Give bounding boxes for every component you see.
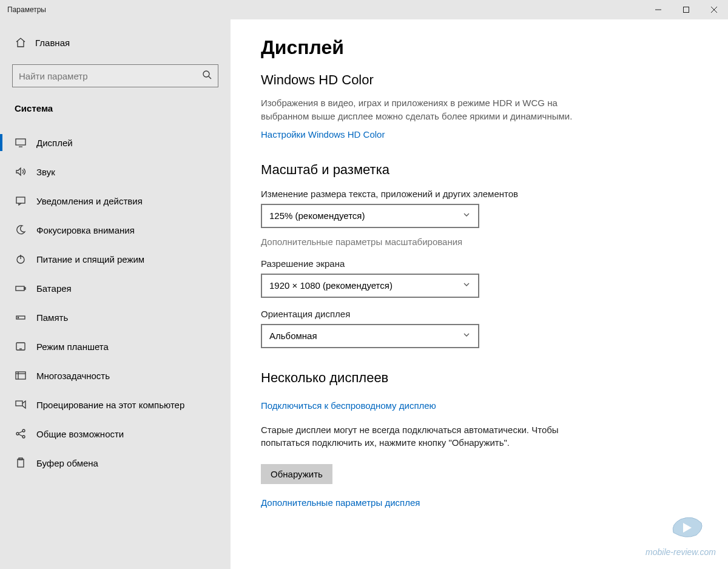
advanced-display-link[interactable]: Дополнительные параметры дисплея [261, 497, 420, 508]
sidebar-item-shared[interactable]: Общие возможности [0, 419, 231, 448]
sidebar-home[interactable]: Главная [0, 30, 231, 55]
content-area: Дисплей Windows HD Color Изображения в в… [231, 19, 728, 569]
sidebar-item-power[interactable]: Питание и спящий режим [0, 244, 231, 274]
orientation-value: Альбомная [269, 331, 317, 341]
search-icon [202, 70, 212, 82]
svg-rect-11 [16, 286, 24, 291]
svg-rect-8 [16, 197, 25, 203]
tablet-icon [15, 340, 27, 352]
scale-advanced-link[interactable]: Дополнительные параметры масштабирования [261, 237, 462, 247]
multi-heading: Несколько дисплеев [261, 370, 698, 386]
sidebar-item-battery[interactable]: Батарея [0, 274, 231, 303]
svg-line-25 [19, 434, 22, 436]
orientation-label: Ориентация дисплея [261, 309, 698, 319]
svg-rect-12 [24, 288, 25, 289]
sidebar-item-label: Проецирование на этот компьютер [36, 400, 184, 410]
shared-icon [15, 428, 27, 440]
close-button[interactable] [700, 0, 728, 19]
battery-icon [15, 282, 27, 294]
minimize-button[interactable] [644, 0, 672, 19]
project-icon [15, 399, 27, 411]
sidebar-item-focus[interactable]: Фокусировка внимания [0, 215, 231, 244]
sidebar-item-label: Батарея [36, 283, 72, 294]
clipboard-icon [15, 457, 27, 469]
hdcolor-heading: Windows HD Color [261, 72, 698, 88]
watermark-logo-icon [669, 512, 705, 544]
sidebar-section-title: Система [0, 95, 231, 122]
sidebar-item-tablet[interactable]: Режим планшета [0, 332, 231, 361]
chevron-down-icon [462, 210, 471, 221]
sidebar-nav-list: Дисплей Звук Уведомления и действия Фоку… [0, 128, 231, 477]
sidebar-item-label: Режим планшета [36, 342, 109, 352]
svg-rect-1 [684, 7, 689, 13]
sidebar-item-label: Буфер обмена [36, 458, 98, 468]
sidebar: Главная Система Дисплей Звук Уведомления… [0, 19, 231, 569]
svg-point-23 [22, 436, 25, 438]
sidebar-item-display[interactable]: Дисплей [0, 128, 231, 157]
detect-button[interactable]: Обнаружить [261, 464, 332, 484]
svg-rect-20 [16, 401, 22, 406]
multi-description: Старые дисплеи могут не всегда подключат… [261, 423, 601, 450]
sidebar-item-notifications[interactable]: Уведомления и действия [0, 186, 231, 215]
scale-size-dropdown[interactable]: 125% (рекомендуется) [261, 204, 479, 228]
hdcolor-settings-link[interactable]: Настройки Windows HD Color [261, 129, 385, 140]
sidebar-item-label: Уведомления и действия [36, 196, 143, 206]
notifications-icon [15, 195, 27, 207]
svg-point-14 [18, 317, 18, 318]
resolution-value: 1920 × 1080 (рекомендуется) [269, 280, 393, 291]
watermark-text: mobile-review.com [645, 547, 716, 557]
sidebar-item-project[interactable]: Проецирование на этот компьютер [0, 390, 231, 419]
titlebar: Параметры [0, 0, 728, 19]
sidebar-item-label: Общие возможности [36, 429, 124, 439]
sidebar-item-label: Звук [36, 167, 55, 177]
sidebar-item-label: Память [36, 312, 68, 323]
svg-line-5 [209, 76, 211, 79]
hdcolor-description: Изображения в видео, играх и приложениях… [261, 96, 601, 123]
scale-size-value: 125% (рекомендуется) [269, 210, 365, 221]
svg-rect-17 [16, 372, 25, 379]
monitor-icon [15, 136, 27, 149]
chevron-down-icon [462, 331, 471, 341]
sidebar-item-multitask[interactable]: Многозадачность [0, 361, 231, 390]
svg-point-4 [203, 71, 209, 77]
chevron-down-icon [462, 280, 471, 291]
maximize-button[interactable] [672, 0, 700, 19]
multitask-icon [15, 369, 27, 382]
scale-size-label: Изменение размера текста, приложений и д… [261, 189, 698, 199]
svg-line-24 [19, 431, 22, 433]
svg-point-21 [16, 433, 19, 435]
sidebar-item-clipboard[interactable]: Буфер обмена [0, 448, 231, 477]
orientation-dropdown[interactable]: Альбомная [261, 324, 479, 348]
home-icon [15, 36, 27, 49]
sidebar-item-label: Многозадачность [36, 371, 110, 381]
sidebar-item-label: Дисплей [36, 138, 73, 148]
search-input[interactable] [19, 71, 192, 81]
page-title: Дисплей [261, 36, 698, 59]
svg-point-22 [22, 429, 25, 432]
resolution-dropdown[interactable]: 1920 × 1080 (рекомендуется) [261, 274, 479, 298]
search-box[interactable] [12, 64, 218, 87]
power-icon [15, 253, 27, 265]
svg-rect-26 [18, 459, 24, 467]
sound-icon [15, 166, 27, 178]
storage-icon [15, 311, 27, 323]
window-title: Параметры [7, 5, 46, 14]
resolution-label: Разрешение экрана [261, 258, 698, 269]
sidebar-home-label: Главная [35, 38, 70, 48]
sidebar-item-storage[interactable]: Память [0, 303, 231, 332]
sidebar-item-label: Питание и спящий режим [36, 254, 144, 264]
wireless-display-link[interactable]: Подключиться к беспроводному дисплею [261, 400, 436, 411]
sidebar-item-label: Фокусировка внимания [36, 225, 135, 235]
sidebar-item-sound[interactable]: Звук [0, 157, 231, 186]
scale-heading: Масштаб и разметка [261, 162, 698, 178]
moon-icon [15, 224, 27, 236]
svg-rect-6 [16, 139, 25, 145]
